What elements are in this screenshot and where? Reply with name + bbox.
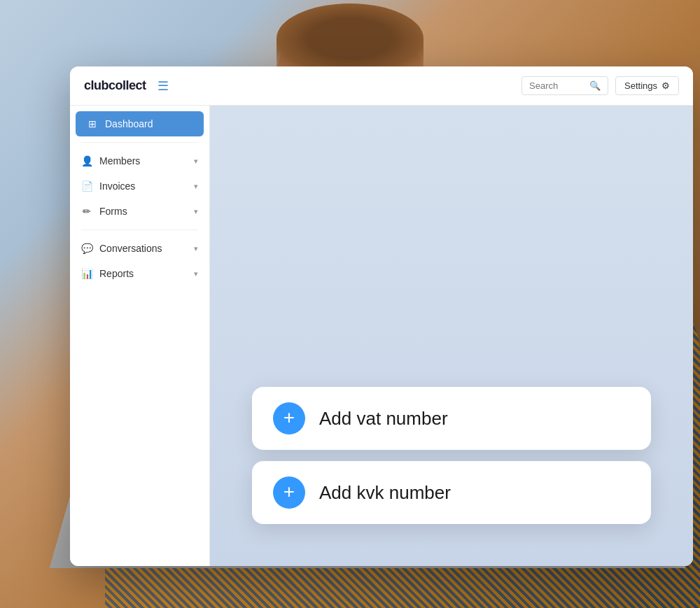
add-vat-label: Add vat number xyxy=(319,408,448,430)
chevron-down-icon: ▾ xyxy=(194,244,198,253)
logo: clubcollect xyxy=(84,78,146,93)
sidebar-item-label: Dashboard xyxy=(105,118,153,129)
chevron-down-icon: ▾ xyxy=(194,207,198,216)
header-left: clubcollect ☰ xyxy=(84,78,169,94)
add-kvk-label: Add kvk number xyxy=(319,482,451,504)
sidebar-divider xyxy=(81,142,198,143)
search-box[interactable]: 🔍 xyxy=(522,76,608,95)
add-vat-icon-circle: + xyxy=(273,402,305,434)
sidebar-item-label: Forms xyxy=(99,206,127,217)
action-cards: + Add vat number + Add kvk number xyxy=(252,387,651,524)
header-right: 🔍 Settings ⚙ xyxy=(522,76,679,95)
sidebar-item-members[interactable]: 👤 Members ▾ xyxy=(70,148,209,174)
forms-icon: ✏ xyxy=(81,206,92,217)
chevron-down-icon: ▾ xyxy=(194,182,198,191)
reports-icon: 📊 xyxy=(81,268,92,279)
search-input[interactable] xyxy=(529,80,585,91)
sidebar-item-conversations[interactable]: 💬 Conversations ▾ xyxy=(70,236,209,261)
conversations-icon: 💬 xyxy=(81,243,92,254)
settings-label: Settings xyxy=(624,80,657,91)
plus-icon: + xyxy=(284,482,295,502)
sidebar-divider xyxy=(81,229,198,230)
sidebar-item-label: Conversations xyxy=(99,243,162,254)
content-area: + Add vat number + Add kvk number xyxy=(210,106,693,566)
members-icon: 👤 xyxy=(81,155,92,167)
sidebar-item-invoices[interactable]: 📄 Invoices ▾ xyxy=(70,174,209,199)
add-kvk-card[interactable]: + Add kvk number xyxy=(252,461,651,524)
search-icon: 🔍 xyxy=(589,80,601,91)
plus-icon: + xyxy=(284,408,295,427)
header: clubcollect ☰ 🔍 Settings ⚙ xyxy=(70,66,693,106)
add-vat-card[interactable]: + Add vat number xyxy=(252,387,651,450)
sidebar-item-dashboard[interactable]: ⊞ Dashboard xyxy=(76,111,204,136)
dashboard-icon: ⊞ xyxy=(87,118,98,129)
settings-button[interactable]: Settings ⚙ xyxy=(615,76,679,95)
app-window: clubcollect ☰ 🔍 Settings ⚙ ⊞ Dashboard xyxy=(70,66,693,566)
main-content: ⊞ Dashboard 👤 Members ▾ 📄 Invoices xyxy=(70,106,693,566)
add-kvk-icon-circle: + xyxy=(273,476,305,509)
sidebar-item-label: Invoices xyxy=(99,181,135,192)
chevron-down-icon: ▾ xyxy=(194,269,198,278)
sidebar-item-forms[interactable]: ✏ Forms ▾ xyxy=(70,199,209,224)
sidebar-item-label: Members xyxy=(99,155,140,167)
sidebar: ⊞ Dashboard 👤 Members ▾ 📄 Invoices xyxy=(70,106,210,566)
sidebar-item-reports[interactable]: 📊 Reports ▾ xyxy=(70,261,209,286)
hamburger-icon[interactable]: ☰ xyxy=(158,78,169,94)
settings-icon: ⚙ xyxy=(662,80,670,91)
invoices-icon: 📄 xyxy=(81,181,92,192)
chevron-down-icon: ▾ xyxy=(194,157,198,166)
sidebar-item-label: Reports xyxy=(99,268,134,279)
